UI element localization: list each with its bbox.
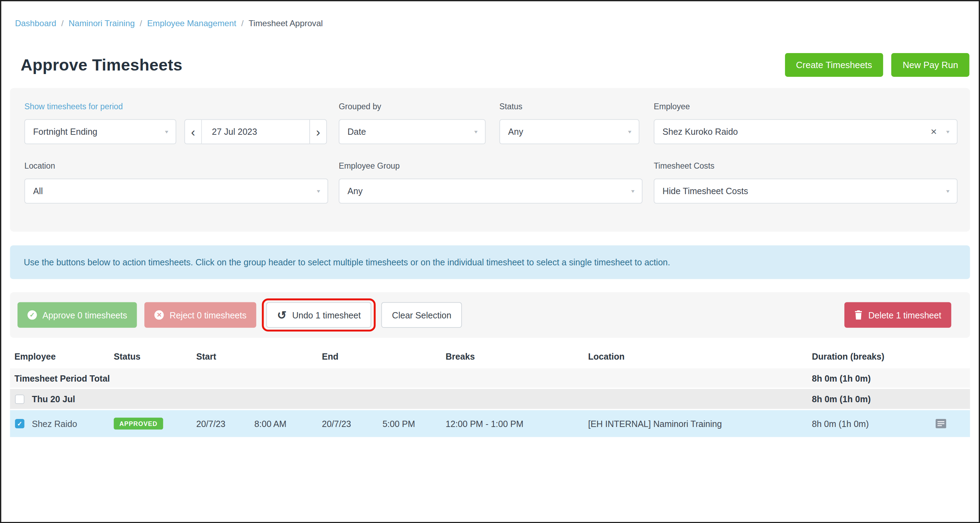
timesheet-table: Employee Status Start End Breaks Locatio…	[10, 345, 970, 437]
delete-timesheet-button[interactable]: Delete 1 timesheet	[845, 302, 951, 328]
delete-button-label: Delete 1 timesheet	[868, 310, 941, 320]
group-date-label: Thu 20 Jul	[32, 394, 75, 404]
title-actions: Create Timesheets New Pay Run	[784, 53, 969, 77]
breadcrumb-employee-management[interactable]: Employee Management	[147, 19, 236, 28]
period-total-duration: 8h 0m (1h 0m)	[812, 373, 926, 383]
duration-value: 8h 0m (1h 0m)	[812, 418, 926, 429]
annotation-highlight: ↺ Undo 1 timesheet	[262, 298, 376, 332]
employee-label: Employee	[654, 101, 690, 111]
check-circle-icon: ✓	[28, 311, 37, 320]
timesheet-costs-select-value: Hide Timesheet Costs	[663, 186, 748, 196]
start-date: 20/7/23	[196, 418, 255, 429]
location-select-value: All	[33, 186, 43, 196]
breadcrumb-naminori-training[interactable]: Naminori Training	[68, 19, 135, 28]
employee-name: Shez Raido	[32, 418, 77, 429]
period-total-row: Timesheet Period Total 8h 0m (1h 0m)	[10, 368, 970, 389]
filter-panel: Show timesheets for period Fortnight End…	[10, 88, 970, 231]
employee-group-label: Employee Group	[339, 161, 399, 170]
status-label: Status	[500, 101, 522, 111]
grouped-by-select-value: Date	[347, 127, 366, 137]
status-select[interactable]: Any ▼	[500, 119, 640, 144]
chevron-down-icon: ▼	[473, 129, 479, 134]
timesheet-costs-select[interactable]: Hide Timesheet Costs ▼	[654, 178, 958, 204]
trash-icon	[854, 311, 862, 320]
reject-button-label: Reject 0 timesheets	[170, 310, 247, 320]
period-select[interactable]: Fortnight Ending ▼	[24, 119, 177, 144]
employee-select[interactable]: Shez Kuroko Raido × ▼	[654, 119, 958, 144]
new-pay-run-button[interactable]: New Pay Run	[892, 53, 969, 77]
header-start: Start	[196, 352, 322, 362]
undo-icon: ↺	[277, 309, 286, 320]
header-duration: Duration (breaks)	[812, 352, 973, 362]
breaks-value: 12:00 PM - 1:00 PM	[445, 418, 588, 429]
next-period-button[interactable]: ›	[309, 119, 327, 144]
status-badge: APPROVED	[114, 418, 163, 429]
grouped-by-label: Grouped by	[339, 101, 381, 111]
note-icon[interactable]	[935, 419, 946, 428]
breadcrumb-separator: /	[241, 19, 243, 28]
period-date-nav: ‹ 27 Jul 2023 ›	[185, 119, 327, 144]
chevron-down-icon: ▼	[945, 189, 951, 193]
table-header-row: Employee Status Start End Breaks Locatio…	[10, 345, 970, 368]
chevron-down-icon: ▼	[630, 189, 636, 193]
header-breaks: Breaks	[445, 352, 588, 362]
chevron-down-icon: ▼	[945, 129, 951, 134]
period-label: Show timesheets for period	[24, 101, 123, 111]
status-select-value: Any	[508, 127, 523, 137]
end-time: 5:00 PM	[382, 418, 445, 429]
approve-button-label: Approve 0 timesheets	[43, 310, 127, 320]
page-title: Approve Timesheets	[21, 53, 183, 77]
employee-select-value: Shez Kuroko Raido	[663, 127, 738, 137]
approve-timesheets-button[interactable]: ✓ Approve 0 timesheets	[18, 302, 137, 328]
group-duration: 8h 0m (1h 0m)	[812, 394, 926, 404]
chevron-down-icon: ▼	[627, 129, 633, 134]
reject-timesheets-button[interactable]: ✕ Reject 0 timesheets	[145, 302, 256, 328]
undo-button-label: Undo 1 timesheet	[292, 310, 361, 320]
grouped-by-select[interactable]: Date ▼	[339, 119, 485, 144]
timesheet-costs-label: Timesheet Costs	[654, 161, 715, 170]
group-header-row[interactable]: Thu 20 Jul 8h 0m (1h 0m)	[10, 389, 970, 410]
header-status: Status	[114, 352, 196, 362]
chevron-down-icon: ▼	[316, 189, 321, 193]
clear-selection-label: Clear Selection	[392, 310, 452, 320]
chevron-down-icon: ▼	[164, 129, 170, 134]
breadcrumb-dashboard[interactable]: Dashboard	[15, 19, 56, 28]
info-banner-text: Use the buttons below to action timeshee…	[24, 257, 670, 268]
period-total-label: Timesheet Period Total	[10, 373, 812, 383]
location-select[interactable]: All ▼	[24, 178, 328, 204]
start-time: 8:00 AM	[255, 418, 322, 429]
timesheet-approval-page: Dashboard / Naminori Training / Employee…	[0, 0, 980, 523]
location-label: Location	[24, 161, 55, 170]
period-select-value: Fortnight Ending	[33, 127, 97, 137]
group-checkbox[interactable]	[15, 394, 24, 404]
header-location: Location	[588, 352, 812, 362]
info-banner: Use the buttons below to action timeshee…	[10, 246, 970, 279]
breadcrumb-separator: /	[61, 19, 64, 28]
row-checkbox[interactable]: ✓	[15, 419, 24, 428]
breadcrumb-current: Timesheet Approval	[248, 19, 323, 28]
period-date-field[interactable]: 27 Jul 2023	[202, 119, 310, 144]
create-timesheets-button[interactable]: Create Timesheets	[784, 53, 883, 77]
title-bar: Approve Timesheets Create Timesheets New…	[2, 28, 979, 76]
previous-period-button[interactable]: ‹	[185, 119, 202, 144]
timesheet-row[interactable]: ✓ Shez Raido APPROVED 20/7/23 8:00 AM 20…	[10, 410, 970, 437]
clear-selection-button[interactable]: Clear Selection	[381, 302, 462, 328]
x-circle-icon: ✕	[154, 311, 164, 320]
employee-group-select-value: Any	[347, 186, 363, 196]
end-date: 20/7/23	[322, 418, 382, 429]
employee-group-select[interactable]: Any ▼	[339, 178, 643, 204]
undo-timesheet-button[interactable]: ↺ Undo 1 timesheet	[266, 302, 371, 328]
scale-wrapper: Dashboard / Naminori Training / Employee…	[0, 0, 980, 523]
header-employee: Employee	[10, 352, 114, 362]
clear-employee-icon[interactable]: ×	[931, 127, 937, 137]
header-end: End	[322, 352, 445, 362]
breadcrumb-separator: /	[140, 19, 142, 28]
action-bar: ✓ Approve 0 timesheets ✕ Reject 0 timesh…	[10, 292, 970, 338]
breadcrumb: Dashboard / Naminori Training / Employee…	[2, 2, 979, 28]
location-value: [EH INTERNAL] Naminori Training	[588, 418, 812, 429]
